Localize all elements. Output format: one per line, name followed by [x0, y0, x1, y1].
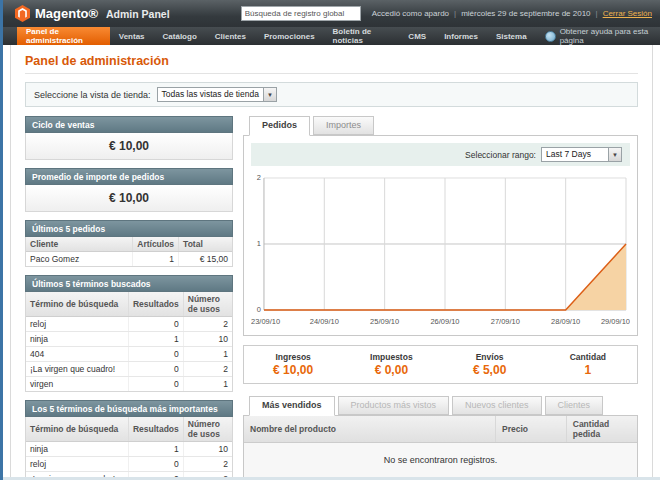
last-orders-widget: Últimos 5 pedidos Cliente Artículos Tota… [25, 220, 233, 267]
column-header: Cliente [26, 237, 133, 252]
table-cell: € 15,00 [179, 252, 232, 267]
svg-text:29/09/10: 29/09/10 [601, 317, 630, 326]
column-header: Cantidad pedida [566, 416, 637, 443]
main-nav: Panel de administración Ventas Catálogo … [3, 27, 660, 45]
table-cell: 2 [183, 362, 232, 377]
help-label: Obtener ayuda para esta página [560, 27, 650, 45]
column-header: Número de usos [183, 417, 232, 442]
svg-text:2: 2 [257, 173, 261, 182]
nav-item-catalog[interactable]: Catálogo [154, 27, 206, 45]
tab-amounts[interactable]: Importes [313, 116, 374, 135]
average-order-value: € 10,00 [25, 185, 233, 212]
svg-text:26/09/10: 26/09/10 [430, 317, 459, 326]
tab-most-viewed[interactable]: Productos más vistos [338, 396, 450, 415]
svg-text:25/09/10: 25/09/10 [370, 317, 399, 326]
table-cell: 0 [128, 317, 183, 332]
table-row[interactable]: reloj 0 2 [26, 457, 232, 472]
last-orders-table: Cliente Artículos Total Paco Gomez 1 € 1… [26, 237, 232, 266]
store-switcher-label: Seleccione la vista de tienda: [34, 90, 151, 100]
stat-shipping: Envíos € 5,00 [441, 352, 539, 377]
help-globe-icon [545, 31, 556, 42]
page-title: Panel de administración [25, 54, 638, 74]
nav-item-dashboard[interactable]: Panel de administración [17, 27, 110, 45]
nav-item-sales[interactable]: Ventas [110, 27, 154, 45]
content-frame: Panel de administración Seleccione la vi… [10, 45, 653, 480]
table-cell: ninja [26, 332, 128, 347]
global-search-input[interactable] [241, 6, 361, 21]
stat-label: Cantidad [539, 352, 637, 362]
svg-text:24/09/10: 24/09/10 [310, 317, 339, 326]
logout-link[interactable]: Cerrar Sesión [603, 9, 652, 18]
stat-quantity: Cantidad 1 [539, 352, 637, 377]
widget-title: Últimos 5 pedidos [25, 220, 233, 237]
widget-title: Ciclo de ventas [25, 116, 233, 133]
chevron-down-icon: ▼ [608, 148, 621, 161]
current-date: miércoles 29 de septiembre de 2010 [461, 9, 590, 18]
table-cell: reloj [26, 457, 128, 472]
dashboard-left-column: Ciclo de ventas € 10,00 Promedio de impo… [25, 116, 233, 480]
column-header: Precio [496, 416, 567, 443]
range-value: Last 7 Days [542, 148, 608, 161]
table-cell: 1 [183, 377, 232, 392]
table-row[interactable]: ninja 1 10 [26, 442, 232, 457]
nav-item-newsletter[interactable]: Boletín de noticias [324, 27, 400, 45]
tab-customers[interactable]: Clientes [545, 396, 604, 415]
stat-revenue: Ingresos € 10,00 [244, 352, 342, 377]
nav-item-promotions[interactable]: Promociones [255, 27, 324, 45]
range-select[interactable]: Last 7 Days ▼ [541, 147, 622, 162]
table-cell: virgen [26, 377, 128, 392]
table-cell: ¡La virgen que cuadro! [26, 362, 128, 377]
table-row[interactable]: 404 0 1 [26, 347, 232, 362]
orders-chart-svg: 01223/09/1024/09/1025/09/1026/09/1027/09… [251, 170, 630, 328]
stat-value: € 10,00 [244, 363, 342, 377]
tab-bestsellers[interactable]: Más vendidos [249, 396, 335, 416]
separator: | [596, 9, 598, 18]
table-cell: 2 [183, 317, 232, 332]
stat-label: Envíos [441, 352, 539, 362]
column-header: Resultados [128, 417, 183, 442]
totals-bar: Ingresos € 10,00 Impuestos € 0,00 Envíos… [243, 345, 638, 384]
table-cell: 1 [128, 442, 183, 457]
widget-title: Promedio de importe de pedidos [25, 168, 233, 185]
column-header: Artículos [133, 237, 179, 252]
chart-tabs: Pedidos Importes [243, 116, 638, 135]
magento-logo: Magento® Admin Panel [15, 5, 170, 22]
table-row[interactable]: ¡La virgen que cuadro! 0 2 [26, 362, 232, 377]
stat-tax: Impuestos € 0,00 [342, 352, 440, 377]
store-view-select[interactable]: Todas las vistas de tienda ▼ [157, 87, 277, 102]
table-row[interactable]: reloj 0 2 [26, 317, 232, 332]
help-link[interactable]: Obtener ayuda para esta página [536, 27, 660, 45]
table-row[interactable]: ninja 1 10 [26, 332, 232, 347]
range-toolbar: Seleccionar rango: Last 7 Days ▼ [251, 143, 630, 166]
column-header: Total [179, 237, 232, 252]
last-search-terms-widget: Últimos 5 términos buscados Término de b… [25, 275, 233, 392]
sales-cycle-widget: Ciclo de ventas € 10,00 [25, 116, 233, 160]
chevron-down-icon: ▼ [263, 88, 276, 101]
table-cell: 1 [133, 252, 179, 267]
table-row[interactable]: Paco Gomez 1 € 15,00 [26, 252, 232, 267]
bestsellers-table: Nombre del producto Precio Cantidad pedi… [244, 416, 637, 443]
nav-item-customers[interactable]: Clientes [206, 27, 255, 45]
tab-new-customers[interactable]: Nuevos clientes [452, 396, 542, 415]
store-switcher-bar: Seleccione la vista de tienda: Todas las… [25, 82, 638, 107]
table-cell: reloj [26, 317, 128, 332]
nav-item-reports[interactable]: Informes [435, 27, 487, 45]
stat-label: Impuestos [342, 352, 440, 362]
magento-admin-page: Magento® Admin Panel Accedió como apardo… [0, 0, 660, 480]
average-order-widget: Promedio de importe de pedidos € 10,00 [25, 168, 233, 212]
table-cell: 0 [128, 457, 183, 472]
table-row[interactable]: virgen 0 1 [26, 377, 232, 392]
table-cell: 2 [183, 457, 232, 472]
svg-text:27/09/10: 27/09/10 [491, 317, 520, 326]
stat-value: € 0,00 [342, 363, 440, 377]
bestsellers-grid: Nombre del producto Precio Cantidad pedi… [243, 415, 638, 478]
nav-item-system[interactable]: Sistema [487, 27, 536, 45]
nav-item-cms[interactable]: CMS [399, 27, 435, 45]
separator: | [454, 9, 456, 18]
logo-title: Magento® [35, 6, 98, 21]
sales-cycle-value: € 10,00 [25, 133, 233, 160]
column-header: Nombre del producto [244, 416, 496, 443]
empty-records-message: No se encontraron registros. [244, 443, 637, 477]
tab-orders[interactable]: Pedidos [249, 116, 310, 136]
svg-text:28/09/10: 28/09/10 [551, 317, 580, 326]
